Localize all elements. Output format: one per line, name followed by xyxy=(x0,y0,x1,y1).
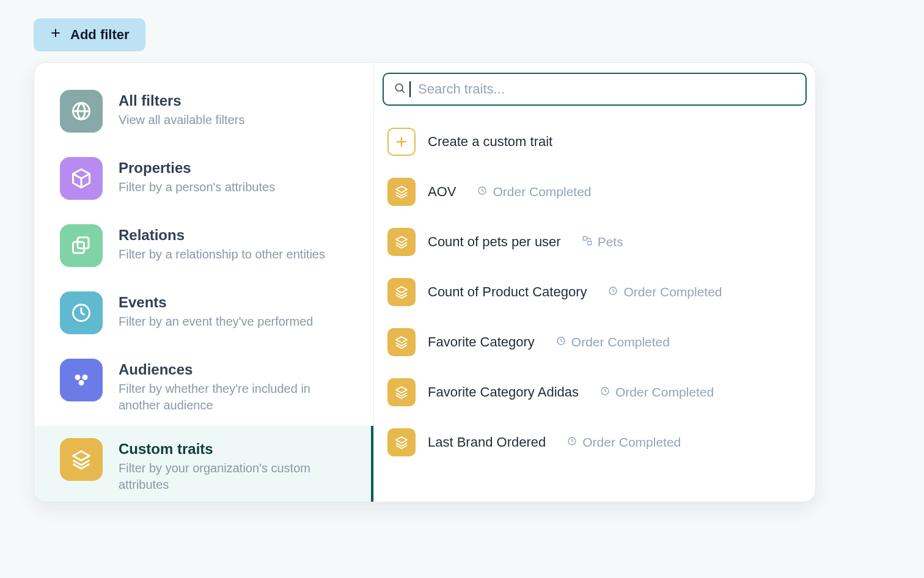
trait-row[interactable]: Favorite Category Order Completed xyxy=(383,317,807,367)
add-filter-button[interactable]: Add filter xyxy=(34,18,145,51)
category-title: Properties xyxy=(119,159,275,177)
trait-label: Last Brand Ordered xyxy=(428,434,546,450)
layers-icon xyxy=(387,428,416,456)
search-icon xyxy=(394,82,406,97)
filter-category-custom-traits[interactable]: Custom traits Filter by your organizatio… xyxy=(34,426,373,502)
layers-icon xyxy=(387,278,416,306)
trait-source: Order Completed xyxy=(556,335,670,349)
category-title: Custom traits xyxy=(119,441,355,458)
layers-icon xyxy=(387,178,416,206)
create-custom-trait-label: Create a custom trait xyxy=(428,134,552,150)
category-desc: View all available filters xyxy=(119,112,244,128)
clock-icon xyxy=(600,385,610,400)
filter-category-list: All filters View all available filters P… xyxy=(34,63,374,502)
filter-category-audiences[interactable]: Audiences Filter by whether they're incl… xyxy=(34,346,373,426)
category-title: Events xyxy=(119,294,313,311)
relation-icon xyxy=(582,235,593,249)
trait-row[interactable]: Count of Product Category Order Complete… xyxy=(383,267,807,317)
category-title: Relations xyxy=(119,227,325,244)
category-desc: Filter by a relationship to other entiti… xyxy=(119,246,325,263)
plus-icon xyxy=(50,27,62,43)
layers-icon xyxy=(387,328,416,356)
trait-source-label: Order Completed xyxy=(582,435,681,450)
category-title: All filters xyxy=(119,92,244,109)
trait-source-label: Order Completed xyxy=(623,285,722,299)
add-filter-label: Add filter xyxy=(70,27,130,43)
trait-source: Pets xyxy=(582,235,623,249)
trait-label: Favorite Category Adidas xyxy=(428,384,579,400)
search-traits-input[interactable] xyxy=(418,81,796,97)
trait-source: Order Completed xyxy=(566,435,681,450)
trait-source: Order Completed xyxy=(607,285,722,299)
trait-row[interactable]: Favorite Category Adidas Order Completed xyxy=(383,367,807,417)
clock-icon xyxy=(607,285,618,299)
filter-picker-panel: All filters View all available filters P… xyxy=(34,62,816,502)
filter-category-events[interactable]: Events Filter by an event they've perfor… xyxy=(34,279,373,346)
plus-icon xyxy=(387,128,416,156)
trait-source-label: Order Completed xyxy=(615,385,714,400)
trait-label: AOV xyxy=(428,184,456,200)
trait-label: Favorite Category xyxy=(428,334,535,350)
category-title: Audiences xyxy=(119,361,355,378)
text-caret xyxy=(409,81,411,97)
category-desc: Filter by your organization's custom att… xyxy=(119,460,355,493)
trait-source: Order Completed xyxy=(600,385,714,400)
layers-icon xyxy=(60,438,103,481)
layers-icon xyxy=(387,228,416,256)
trait-label: Count of Product Category xyxy=(428,284,587,300)
category-desc: Filter by whether they're included in an… xyxy=(119,381,355,414)
category-desc: Filter by a person's attributes xyxy=(119,179,275,196)
clock-icon xyxy=(556,335,566,349)
category-desc: Filter by an event they've performed xyxy=(119,313,313,330)
trait-label: Count of pets per user xyxy=(428,234,561,250)
trait-source: Order Completed xyxy=(477,185,591,199)
clock-icon xyxy=(566,435,578,450)
trait-list-pane: Create a custom trait AOV Order Complete… xyxy=(374,63,815,502)
search-traits-field[interactable] xyxy=(383,73,807,106)
trait-row[interactable]: Last Brand Ordered Order Completed xyxy=(383,417,807,467)
filter-category-all-filters[interactable]: All filters View all available filters xyxy=(34,78,373,145)
clock-icon xyxy=(60,291,103,334)
clock-icon xyxy=(477,185,488,199)
create-custom-trait-row[interactable]: Create a custom trait xyxy=(383,117,807,167)
filter-category-relations[interactable]: Relations Filter by a relationship to ot… xyxy=(34,212,373,279)
trait-source-label: Order Completed xyxy=(493,185,591,199)
audience-icon xyxy=(60,359,103,401)
trait-source-label: Order Completed xyxy=(571,335,670,349)
trait-source-label: Pets xyxy=(598,235,623,249)
trait-row[interactable]: AOV Order Completed xyxy=(383,167,807,217)
trait-row[interactable]: Count of pets per user Pets xyxy=(383,217,807,267)
cube-icon xyxy=(60,157,103,200)
copies-icon xyxy=(60,224,103,267)
filter-category-properties[interactable]: Properties Filter by a person's attribut… xyxy=(34,145,373,212)
globe-icon xyxy=(60,90,103,133)
layers-icon xyxy=(387,378,416,406)
